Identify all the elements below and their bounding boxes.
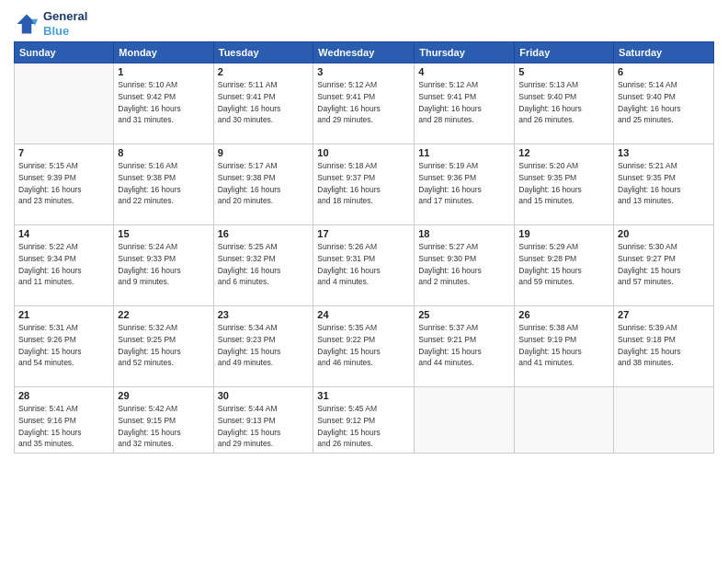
day-info: Sunrise: 5:21 AM Sunset: 9:35 PM Dayligh… bbox=[618, 160, 710, 207]
day-cell: 31Sunrise: 5:45 AM Sunset: 9:12 PM Dayli… bbox=[313, 387, 415, 454]
day-info: Sunrise: 5:10 AM Sunset: 9:42 PM Dayligh… bbox=[118, 79, 209, 126]
day-number: 1 bbox=[118, 66, 209, 77]
day-cell: 25Sunrise: 5:37 AM Sunset: 9:21 PM Dayli… bbox=[415, 306, 515, 387]
day-info: Sunrise: 5:35 AM Sunset: 9:22 PM Dayligh… bbox=[317, 322, 410, 369]
day-cell: 10Sunrise: 5:18 AM Sunset: 9:37 PM Dayli… bbox=[313, 144, 415, 225]
day-number: 11 bbox=[418, 147, 510, 158]
day-info: Sunrise: 5:26 AM Sunset: 9:31 PM Dayligh… bbox=[317, 241, 410, 288]
day-number: 16 bbox=[218, 228, 310, 239]
day-number: 3 bbox=[317, 66, 410, 77]
day-number: 21 bbox=[18, 309, 109, 320]
day-number: 27 bbox=[618, 309, 710, 320]
col-header-sunday: Sunday bbox=[15, 42, 114, 63]
day-info: Sunrise: 5:42 AM Sunset: 9:15 PM Dayligh… bbox=[118, 403, 209, 450]
day-cell: 8Sunrise: 5:16 AM Sunset: 9:38 PM Daylig… bbox=[114, 144, 213, 225]
day-info: Sunrise: 5:25 AM Sunset: 9:32 PM Dayligh… bbox=[218, 241, 310, 288]
week-row-2: 7Sunrise: 5:15 AM Sunset: 9:39 PM Daylig… bbox=[15, 144, 714, 225]
day-cell: 5Sunrise: 5:13 AM Sunset: 9:40 PM Daylig… bbox=[515, 63, 614, 144]
day-number: 17 bbox=[317, 228, 410, 239]
day-cell: 26Sunrise: 5:38 AM Sunset: 9:19 PM Dayli… bbox=[515, 306, 614, 387]
week-row-5: 28Sunrise: 5:41 AM Sunset: 9:16 PM Dayli… bbox=[15, 387, 714, 454]
col-header-tuesday: Tuesday bbox=[213, 42, 313, 63]
day-cell: 6Sunrise: 5:14 AM Sunset: 9:40 PM Daylig… bbox=[614, 63, 714, 144]
day-number: 7 bbox=[18, 147, 109, 158]
header-row: SundayMondayTuesdayWednesdayThursdayFrid… bbox=[15, 42, 714, 63]
day-number: 24 bbox=[317, 309, 410, 320]
col-header-saturday: Saturday bbox=[614, 42, 714, 63]
day-info: Sunrise: 5:13 AM Sunset: 9:40 PM Dayligh… bbox=[518, 79, 609, 126]
day-number: 19 bbox=[518, 228, 609, 239]
day-cell: 19Sunrise: 5:29 AM Sunset: 9:28 PM Dayli… bbox=[515, 225, 614, 306]
day-info: Sunrise: 5:45 AM Sunset: 9:12 PM Dayligh… bbox=[317, 403, 410, 450]
day-info: Sunrise: 5:41 AM Sunset: 9:16 PM Dayligh… bbox=[18, 403, 109, 450]
day-info: Sunrise: 5:32 AM Sunset: 9:25 PM Dayligh… bbox=[118, 322, 209, 369]
calendar-table: SundayMondayTuesdayWednesdayThursdayFrid… bbox=[14, 41, 714, 454]
day-number: 12 bbox=[518, 147, 609, 158]
day-number: 15 bbox=[118, 228, 209, 239]
day-number: 13 bbox=[618, 147, 710, 158]
day-cell: 20Sunrise: 5:30 AM Sunset: 9:27 PM Dayli… bbox=[614, 225, 714, 306]
day-cell: 17Sunrise: 5:26 AM Sunset: 9:31 PM Dayli… bbox=[313, 225, 415, 306]
header: General Blue bbox=[14, 9, 714, 38]
week-row-3: 14Sunrise: 5:22 AM Sunset: 9:34 PM Dayli… bbox=[15, 225, 714, 306]
day-info: Sunrise: 5:38 AM Sunset: 9:19 PM Dayligh… bbox=[518, 322, 609, 369]
day-info: Sunrise: 5:11 AM Sunset: 9:41 PM Dayligh… bbox=[218, 79, 310, 126]
day-info: Sunrise: 5:39 AM Sunset: 9:18 PM Dayligh… bbox=[618, 322, 710, 369]
day-cell bbox=[515, 387, 614, 454]
day-info: Sunrise: 5:20 AM Sunset: 9:35 PM Dayligh… bbox=[518, 160, 609, 207]
day-number: 4 bbox=[418, 66, 510, 77]
day-cell: 14Sunrise: 5:22 AM Sunset: 9:34 PM Dayli… bbox=[15, 225, 114, 306]
day-cell: 9Sunrise: 5:17 AM Sunset: 9:38 PM Daylig… bbox=[213, 144, 313, 225]
col-header-wednesday: Wednesday bbox=[313, 42, 415, 63]
day-cell: 18Sunrise: 5:27 AM Sunset: 9:30 PM Dayli… bbox=[415, 225, 515, 306]
day-cell: 23Sunrise: 5:34 AM Sunset: 9:23 PM Dayli… bbox=[213, 306, 313, 387]
day-cell: 11Sunrise: 5:19 AM Sunset: 9:36 PM Dayli… bbox=[415, 144, 515, 225]
col-header-monday: Monday bbox=[114, 42, 213, 63]
day-info: Sunrise: 5:30 AM Sunset: 9:27 PM Dayligh… bbox=[618, 241, 710, 288]
day-number: 14 bbox=[18, 228, 109, 239]
day-cell: 28Sunrise: 5:41 AM Sunset: 9:16 PM Dayli… bbox=[15, 387, 114, 454]
day-info: Sunrise: 5:14 AM Sunset: 9:40 PM Dayligh… bbox=[618, 79, 710, 126]
day-cell: 2Sunrise: 5:11 AM Sunset: 9:41 PM Daylig… bbox=[213, 63, 313, 144]
day-number: 31 bbox=[317, 390, 410, 401]
day-info: Sunrise: 5:18 AM Sunset: 9:37 PM Dayligh… bbox=[317, 160, 410, 207]
day-cell: 29Sunrise: 5:42 AM Sunset: 9:15 PM Dayli… bbox=[114, 387, 213, 454]
day-cell: 27Sunrise: 5:39 AM Sunset: 9:18 PM Dayli… bbox=[614, 306, 714, 387]
calendar-page: General Blue SundayMondayTuesdayWednesda… bbox=[0, 0, 728, 563]
day-cell: 16Sunrise: 5:25 AM Sunset: 9:32 PM Dayli… bbox=[213, 225, 313, 306]
logo: General Blue bbox=[14, 9, 87, 38]
day-info: Sunrise: 5:12 AM Sunset: 9:41 PM Dayligh… bbox=[317, 79, 410, 126]
day-info: Sunrise: 5:24 AM Sunset: 9:33 PM Dayligh… bbox=[118, 241, 209, 288]
day-info: Sunrise: 5:12 AM Sunset: 9:41 PM Dayligh… bbox=[418, 79, 510, 126]
day-info: Sunrise: 5:27 AM Sunset: 9:30 PM Dayligh… bbox=[418, 241, 510, 288]
day-number: 18 bbox=[418, 228, 510, 239]
logo-icon bbox=[14, 11, 40, 37]
day-number: 9 bbox=[218, 147, 310, 158]
week-row-1: 1Sunrise: 5:10 AM Sunset: 9:42 PM Daylig… bbox=[15, 63, 714, 144]
day-number: 26 bbox=[518, 309, 609, 320]
col-header-thursday: Thursday bbox=[415, 42, 515, 63]
day-cell: 3Sunrise: 5:12 AM Sunset: 9:41 PM Daylig… bbox=[313, 63, 415, 144]
day-cell: 7Sunrise: 5:15 AM Sunset: 9:39 PM Daylig… bbox=[15, 144, 114, 225]
day-cell: 12Sunrise: 5:20 AM Sunset: 9:35 PM Dayli… bbox=[515, 144, 614, 225]
day-cell bbox=[415, 387, 515, 454]
day-number: 2 bbox=[218, 66, 310, 77]
day-cell: 13Sunrise: 5:21 AM Sunset: 9:35 PM Dayli… bbox=[614, 144, 714, 225]
col-header-friday: Friday bbox=[515, 42, 614, 63]
day-info: Sunrise: 5:15 AM Sunset: 9:39 PM Dayligh… bbox=[18, 160, 109, 207]
day-number: 6 bbox=[618, 66, 710, 77]
day-info: Sunrise: 5:34 AM Sunset: 9:23 PM Dayligh… bbox=[218, 322, 310, 369]
day-number: 25 bbox=[418, 309, 510, 320]
day-number: 28 bbox=[18, 390, 109, 401]
day-number: 20 bbox=[618, 228, 710, 239]
logo-text: General Blue bbox=[43, 9, 87, 38]
day-info: Sunrise: 5:17 AM Sunset: 9:38 PM Dayligh… bbox=[218, 160, 310, 207]
day-cell: 30Sunrise: 5:44 AM Sunset: 9:13 PM Dayli… bbox=[213, 387, 313, 454]
day-cell: 24Sunrise: 5:35 AM Sunset: 9:22 PM Dayli… bbox=[313, 306, 415, 387]
day-number: 23 bbox=[218, 309, 310, 320]
day-info: Sunrise: 5:37 AM Sunset: 9:21 PM Dayligh… bbox=[418, 322, 510, 369]
day-number: 10 bbox=[317, 147, 410, 158]
week-row-4: 21Sunrise: 5:31 AM Sunset: 9:26 PM Dayli… bbox=[15, 306, 714, 387]
day-cell bbox=[15, 63, 114, 144]
day-number: 8 bbox=[118, 147, 209, 158]
